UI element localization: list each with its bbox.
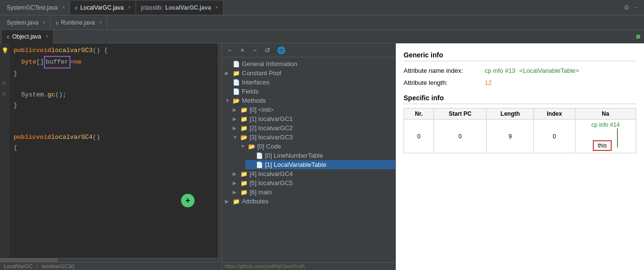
tree-label: General Information <box>242 60 297 68</box>
tree-item-code[interactable]: ▼ 📂 [0] Code <box>238 142 395 151</box>
gutter-row-arrow2: ▷ <box>3 88 7 98</box>
buffer-var: buffer <box>44 56 70 68</box>
keyword-public2: public <box>14 132 36 143</box>
tree-label: [1] LocalVariableTable <box>265 161 326 168</box>
gear-icon[interactable]: ⚙ <box>624 4 630 11</box>
expand-arrow: ▶ <box>233 116 238 122</box>
expand-arrow: ▶ <box>225 199 231 204</box>
cp-info-link[interactable]: cp info #14 <box>591 122 620 128</box>
keyword-void2: void <box>36 132 51 143</box>
code-line-7: { <box>10 143 218 153</box>
tab-label: Object.java <box>12 33 41 40</box>
expand-arrow: ▶ <box>233 107 238 112</box>
tree-item-attributes[interactable]: ▶ 📁 Attributes <box>222 197 395 206</box>
tab-systemgctest[interactable]: SystemGCTest.java × <box>2 1 70 14</box>
tree-item-methods[interactable]: ▼ 📂 Methods <box>222 96 395 105</box>
keyword-void: void <box>36 45 51 56</box>
specific-info-title: Specific info <box>404 94 636 104</box>
tree-item-interfaces[interactable]: 📄 Interfaces <box>222 78 395 87</box>
gutter: 💡 ▷ ▷ <box>0 43 10 258</box>
gc-parens: (); <box>55 90 66 100</box>
nav-forward-button[interactable]: → <box>249 45 260 55</box>
tree-label: Fields <box>242 88 259 95</box>
nav-web-button[interactable]: 🌐 <box>275 45 287 55</box>
jclasslib-close-icon[interactable]: × <box>215 5 218 10</box>
file-icon: 📄 <box>233 88 240 95</box>
tab-runtime[interactable]: c Runtime.java × <box>51 16 107 29</box>
tree-item-fields[interactable]: 📄 Fields <box>222 87 395 96</box>
col-start-pc: Start PC <box>434 108 486 120</box>
tab-close-icon[interactable]: × <box>45 34 48 39</box>
table-row: 0 0 9 0 cp info #14 this <box>404 120 636 153</box>
tab-close-icon[interactable]: × <box>99 20 102 25</box>
folder-open-icon: 📂 <box>240 134 248 141</box>
cell-name: cp info #14 this <box>575 120 636 153</box>
breadcrumb-separator: › <box>36 263 38 269</box>
top-tab-bar: SystemGCTest.java × c LocalVarGC.java × … <box>0 0 644 15</box>
file-icon: 📄 <box>256 162 263 168</box>
tree-label: [4] localvarGC4 <box>250 170 293 177</box>
tab-localvargc[interactable]: c LocalVarGC.java × <box>70 1 136 14</box>
code-line-1: public void localvarGC3 () { <box>10 45 218 56</box>
url-text[interactable]: https://github.com/youthlql/JavaYouth <box>225 264 305 269</box>
expand-arrow: ▼ <box>240 144 246 149</box>
tab-label: System.java <box>7 19 38 26</box>
expand-arrow: ▶ <box>233 171 238 176</box>
this-value: this <box>593 140 612 151</box>
tree-item-localvariabletable[interactable]: 📄 [1] LocalVariableTable <box>245 160 395 169</box>
green-plus-button[interactable]: + <box>181 194 195 207</box>
tree-item-general-info[interactable]: 📄 General Information <box>222 59 395 68</box>
jclasslib-tab[interactable]: jclasslib: LocalVarGC.java × <box>136 1 224 14</box>
tree-item-localvargc1[interactable]: ▶ 📁 [1] localvarGC1 <box>230 114 395 123</box>
tree-item-localvargc4[interactable]: ▶ 📁 [4] localvarGC4 <box>230 169 395 178</box>
tab-close-icon[interactable]: × <box>128 5 131 10</box>
col-name: Na <box>575 108 636 120</box>
system-gc: System. <box>21 90 48 100</box>
paren2: () <box>93 132 100 143</box>
empty-space <box>10 111 218 132</box>
attr-name-link[interactable]: cp info #13 <box>485 67 516 74</box>
col-length: Length <box>487 108 534 120</box>
tab-close-icon[interactable]: × <box>42 20 45 25</box>
main-container: SystemGCTest.java × c LocalVarGC.java × … <box>0 0 644 270</box>
folder-icon: 📁 <box>240 116 248 122</box>
tree-label: [6] main <box>250 189 272 196</box>
cell-index: 0 <box>534 120 575 153</box>
tree-item-localvargc3[interactable]: ▼ 📂 [3] localvarGC3 <box>230 133 395 142</box>
tab-system[interactable]: System.java × <box>2 16 51 29</box>
tab-object[interactable]: c Object.java × <box>2 30 54 43</box>
code-line-6: public void localvarGC4 () <box>10 132 218 143</box>
tree-panel: ← × → ↺ 🌐 📄 General Information ▶ 📁 C <box>222 43 396 270</box>
vertical-scrollbar[interactable] <box>218 43 222 258</box>
breadcrumb-method: localvarGC3() <box>42 263 75 269</box>
tree-label: Constant Pool <box>242 69 281 77</box>
close-brace2: } <box>14 100 17 111</box>
second-tab-bar: System.java × c Runtime.java × <box>0 15 644 30</box>
folder-icon: 📁 <box>240 189 248 196</box>
paren: () { <box>93 45 108 56</box>
tree-item-localvargc2[interactable]: ▶ 📁 [2] localvarGC2 <box>230 123 395 133</box>
code-line-2: byte [] buffer = ne <box>10 56 218 68</box>
tree-item-main[interactable]: ▶ 📁 [6] main <box>230 188 395 197</box>
minus-icon[interactable]: − <box>634 4 638 11</box>
scrollbar-thumb <box>0 258 58 262</box>
tree-label: [5] localvarGC5 <box>250 179 293 187</box>
folder-icon: 📁 <box>233 198 240 205</box>
tree-label: [0] Code <box>257 143 281 150</box>
nav-close-button[interactable]: × <box>238 45 246 55</box>
green-indicator <box>636 35 640 39</box>
bottom-bar: LocalVarGC › localvarGC3() <box>0 262 222 270</box>
horizontal-scrollbar[interactable] <box>0 258 222 262</box>
attr-name-row: Attribute name index: cp info #13 <Local… <box>404 67 636 74</box>
tab-label: SystemGCTest.java <box>7 4 57 11</box>
tree-item-localvargc5[interactable]: ▶ 📁 [5] localvarGC5 <box>230 178 395 188</box>
nav-refresh-button[interactable]: ↺ <box>263 45 272 55</box>
cell-length: 9 <box>487 120 534 153</box>
expand-arrow: ▶ <box>233 125 238 131</box>
tree-item-linenumbertable[interactable]: 📄 [0] LineNumberTable <box>245 151 395 160</box>
tree-item-init[interactable]: ▶ 📁 [0] <init> <box>230 105 395 114</box>
method-name: localvarGC3 <box>51 45 93 56</box>
tree-item-constant-pool[interactable]: ▶ 📁 Constant Pool <box>222 68 395 78</box>
tab-close-icon[interactable]: × <box>62 5 65 10</box>
nav-back-button[interactable]: ← <box>225 45 236 55</box>
